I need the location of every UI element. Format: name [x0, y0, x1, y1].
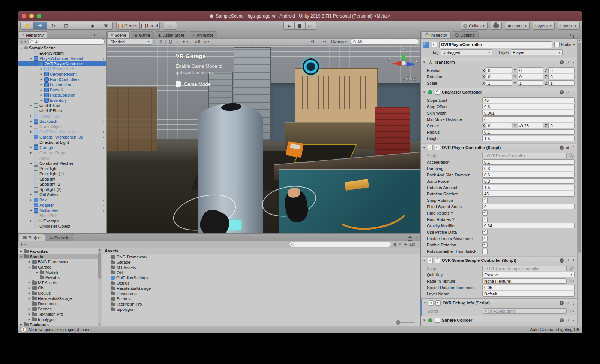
value-field[interactable]: 0 — [482, 116, 574, 122]
project-tree-item[interactable]: ▶ MT Assets — [18, 280, 98, 285]
foldout-arrow-icon[interactable]: ▶ — [28, 260, 31, 263]
static-checkbox[interactable] — [554, 42, 560, 47]
gameobject-name-field[interactable]: OVRPlayerController — [439, 41, 552, 48]
move-tool-button[interactable]: ✛ — [34, 22, 47, 30]
assets-breadcrumb[interactable]: Assets — [102, 248, 420, 254]
favorite-icon[interactable]: ★ — [404, 243, 407, 246]
foldout-arrow-icon[interactable]: ▶ — [20, 250, 23, 253]
x-value-field[interactable]: 1 — [486, 80, 512, 86]
foldout-arrow-icon[interactable]: ▶ — [40, 83, 43, 86]
hierarchy-item[interactable]: ▼ PlayerAdvanced Variant › — [18, 56, 106, 61]
hierarchy-item[interactable]: ▶ GameObject — [18, 124, 106, 129]
layers-dropdown[interactable]: Layers▼ — [532, 22, 555, 30]
foldout-arrow-icon[interactable]: ▼ — [29, 57, 33, 60]
hierarchy-item[interactable]: ▶ UIExample — [18, 218, 106, 224]
hierarchy-item[interactable]: ▶ Inventory — [18, 98, 106, 103]
hierarchy-item[interactable]: EventSystem — [18, 51, 106, 56]
component-enabled-checkbox[interactable] — [435, 145, 440, 150]
layout-dropdown[interactable]: Layout▼ — [558, 22, 580, 30]
hierarchy-item[interactable]: ▶ Backpack › — [18, 119, 106, 124]
foldout-arrow-icon[interactable]: ▶ — [40, 78, 43, 81]
label-icon[interactable]: ✎ — [399, 243, 402, 246]
hierarchy-item[interactable]: ▶ UIPointerRight — [18, 72, 106, 77]
foldout-arrow-icon[interactable]: ▶ — [28, 318, 31, 321]
foldout-arrow-icon[interactable]: ▶ — [28, 281, 31, 284]
pause-button[interactable] — [295, 22, 306, 30]
kebab-menu-icon[interactable]: ⋮ — [572, 318, 576, 322]
kebab-menu-icon[interactable]: ⋮ — [572, 301, 576, 305]
hierarchy-item[interactable]: ▶ OVRPlayerController — [18, 61, 106, 66]
help-icon[interactable]: ? — [560, 318, 564, 322]
hierarchy-item[interactable]: Garage_Workbench_02 › — [18, 134, 106, 140]
foldout-arrow-icon[interactable]: ▼ — [28, 266, 31, 269]
hierarchy-item[interactable]: ▶ OVRPlayerController › — [18, 129, 106, 134]
collab-dropdown[interactable]: ✓Collab▼ — [460, 22, 488, 30]
asset-item[interactable]: Oculus — [102, 280, 420, 286]
presets-icon[interactable]: ⇄ — [566, 318, 569, 322]
hierarchy-item[interactable]: Spotlight — [18, 176, 106, 182]
project-tree-item[interactable]: ▼ Assets — [18, 254, 98, 259]
tab-asset-store[interactable]: ◧Asset Store — [154, 31, 188, 38]
hierarchy-item[interactable]: ▶ Combined Meshes — [18, 161, 106, 166]
hierarchy-item[interactable]: UModeler Object — [18, 224, 106, 229]
help-icon[interactable]: ? — [560, 258, 564, 263]
property-checkbox[interactable] — [482, 217, 488, 222]
foldout-arrow-icon[interactable]: ▼ — [20, 47, 23, 49]
kebab-menu-icon[interactable]: ⋮ — [414, 237, 418, 241]
gizmo-center[interactable] — [402, 61, 406, 65]
kebab-menu-icon[interactable]: ⋮ — [572, 146, 576, 150]
scene-search-input[interactable]: All — [351, 39, 419, 45]
value-field[interactable]: 0.3 — [482, 178, 574, 184]
hierarchy-item[interactable]: Spotlight (1) — [18, 182, 106, 187]
project-tree-item[interactable]: ▶ Oculus — [18, 291, 98, 296]
foldout-arrow-icon[interactable]: ▶ — [29, 151, 33, 154]
hierarchy-item[interactable]: Spotlight (2) — [18, 187, 106, 192]
component-enabled-checkbox[interactable] — [435, 90, 440, 95]
scene-viewport[interactable]: VR Garage Enable Game Mode to get random… — [106, 45, 420, 233]
hierarchy-item[interactable]: wireHPBlack — [18, 108, 106, 113]
component-header[interactable]: ▼ # OVR Player Controller (Script) ?⇄⋮ — [421, 143, 578, 151]
audio-toggle-button[interactable]: ♪ — [175, 40, 179, 44]
value-field[interactable]: 0.3 — [482, 104, 574, 109]
import-package-icon[interactable]: ▦ — [393, 243, 397, 246]
property-checkbox[interactable] — [482, 230, 488, 235]
prefab-open-chevron[interactable]: › — [103, 119, 105, 124]
foldout-arrow-icon[interactable]: ▶ — [40, 99, 43, 102]
status-message[interactable]: No new spatializer plugin(s) found — [28, 327, 91, 332]
foldout-arrow-icon[interactable]: ▶ — [29, 219, 33, 222]
hierarchy-item[interactable]: ▶ Box › — [18, 197, 106, 203]
project-tree-item[interactable]: ▶ BNG Framework — [18, 259, 98, 264]
presets-icon[interactable]: ⇄ — [566, 258, 569, 263]
tab-console[interactable]: ▤Console — [46, 234, 73, 241]
project-tree-item[interactable]: ▶ ResidentialGarage — [18, 296, 98, 301]
prefab-open-chevron[interactable]: › — [103, 146, 105, 150]
foldout-arrow-icon[interactable]: ▶ — [40, 88, 43, 91]
custom-tool-button[interactable]: ⚒ — [99, 22, 112, 30]
hierarchy-item[interactable]: ▼ SampleScene — [18, 45, 106, 51]
static-dropdown-arrow[interactable]: ▼ — [573, 43, 575, 46]
project-tree-scrollbar[interactable]: ▲▼ — [98, 248, 102, 326]
z-value-field[interactable]: 1 — [548, 80, 574, 86]
foldout-arrow-icon[interactable]: ▶ — [29, 104, 33, 107]
dropdown-field[interactable]: Escape▼ — [482, 272, 574, 277]
effects-dropdown-button[interactable]: ✦▼ — [181, 40, 190, 44]
foldout-arrow-icon[interactable]: ▶ — [29, 193, 33, 196]
presets-icon[interactable]: ⇄ — [566, 146, 569, 150]
project-tree-item[interactable]: ▶ tripolygon — [18, 317, 98, 322]
foldout-arrow-icon[interactable]: ▶ — [29, 146, 33, 149]
foldout-arrow-icon[interactable]: ▶ — [28, 292, 31, 295]
z-value-field[interactable]: 0 — [548, 67, 574, 73]
project-tree-item[interactable]: ▼ Garage — [18, 264, 98, 270]
project-tree-item[interactable]: ▶ Favorites — [18, 249, 98, 254]
hierarchy-item[interactable]: ▶ HeadCollision — [18, 92, 106, 98]
foldout-arrow-icon[interactable]: ▶ — [29, 130, 33, 133]
z-axis-cone[interactable] — [407, 62, 416, 67]
y-value-field[interactable]: 0 — [518, 74, 543, 79]
rotate-tool-button[interactable]: ↻ — [47, 22, 60, 30]
value-field[interactable]: 0.1 — [482, 159, 574, 165]
component-enabled-checkbox[interactable] — [435, 300, 441, 306]
project-tree-item[interactable]: ▶ TextMesh Pro — [18, 312, 98, 317]
prefab-open-chevron[interactable]: › — [103, 198, 105, 202]
component-header[interactable]: ▼ # OVR Debug Info (Script) ?⇄⋮ — [422, 299, 578, 307]
value-field[interactable]: 45 — [482, 97, 574, 103]
